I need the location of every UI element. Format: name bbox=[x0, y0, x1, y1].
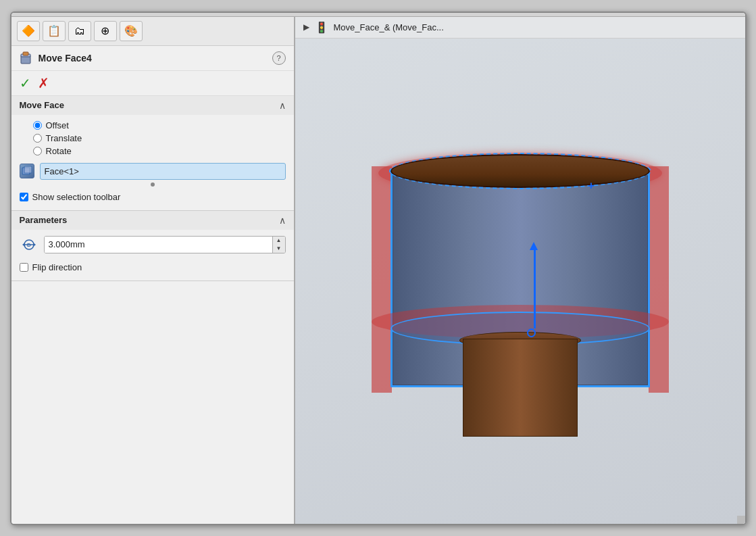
property-manager-btn[interactable]: 📋 bbox=[43, 21, 66, 41]
svg-marker-7 bbox=[22, 243, 25, 247]
red-rim-left bbox=[372, 166, 392, 393]
face-input-field[interactable] bbox=[40, 163, 286, 180]
tree-arrow-icon[interactable]: ▶ bbox=[303, 22, 309, 32]
confirm-button[interactable]: ✓ bbox=[20, 75, 31, 91]
pedestal-body bbox=[463, 339, 578, 437]
viewport-canvas[interactable]: + bbox=[295, 39, 745, 524]
axis-arrow-base-icon bbox=[527, 328, 536, 337]
move-face-section-header[interactable]: Move Face ∧ bbox=[11, 96, 294, 115]
move-face-section: Move Face ∧ Offset Translate bbox=[11, 96, 294, 211]
axis-arrow-up-icon bbox=[530, 242, 538, 250]
axis-line bbox=[534, 247, 536, 328]
cylinder-scene: + bbox=[358, 112, 682, 450]
tree-node-icon: 🚦 bbox=[315, 21, 328, 34]
red-rim-right bbox=[649, 166, 669, 393]
right-panel: ▶ 🚦 Move_Face_& (Move_Fac... bbox=[295, 17, 745, 524]
translate-radio[interactable] bbox=[33, 134, 42, 143]
show-toolbar-checkbox[interactable] bbox=[20, 193, 28, 201]
distance-spin-down[interactable]: ▼ bbox=[273, 245, 285, 253]
parameters-section: Parameters ∧ D bbox=[11, 211, 294, 281]
rotate-radio[interactable] bbox=[33, 147, 42, 155]
resize-handle[interactable] bbox=[737, 516, 745, 524]
svg-rect-2 bbox=[23, 52, 28, 55]
offset-radio[interactable] bbox=[33, 121, 42, 130]
svg-rect-4 bbox=[24, 166, 32, 173]
rotate-label: Rotate bbox=[46, 146, 72, 156]
show-toolbar-label: Show selection toolbar bbox=[32, 192, 121, 202]
flip-direction-checkbox[interactable] bbox=[20, 263, 28, 272]
help-button[interactable]: ? bbox=[272, 51, 286, 65]
translate-radio-row[interactable]: Translate bbox=[33, 133, 286, 143]
flip-direction-row[interactable]: Flip direction bbox=[20, 260, 286, 275]
left-panel: 🔶 📋 🗂 ⊕ 🎨 Move Face4 ? bbox=[11, 17, 295, 524]
rotate-radio-row[interactable]: Rotate bbox=[33, 146, 286, 156]
dot-row bbox=[20, 182, 286, 187]
panel-title: Move Face4 bbox=[39, 53, 267, 64]
distance-input-wrap: ▲ ▼ bbox=[44, 236, 286, 253]
viewport-title: Move_Face_& (Move_Fac... bbox=[334, 22, 444, 32]
parameters-section-header[interactable]: Parameters ∧ bbox=[11, 211, 294, 230]
distance-spin-up[interactable]: ▲ bbox=[273, 237, 285, 245]
dim-expert-btn[interactable]: ⊕ bbox=[94, 21, 117, 41]
parameters-content: D ▲ ▼ Flip bbox=[11, 230, 294, 281]
face-selector-icon bbox=[20, 164, 34, 178]
distance-spin-buttons: ▲ ▼ bbox=[272, 237, 285, 253]
app-window: 🔶 📋 🗂 ⊕ 🎨 Move Face4 ? bbox=[10, 11, 747, 525]
parameters-chevron-icon: ∧ bbox=[279, 215, 286, 226]
translate-label: Translate bbox=[46, 133, 82, 143]
distance-input[interactable] bbox=[45, 237, 272, 253]
move-face-radio-group: Offset Translate Rotate bbox=[20, 120, 286, 156]
move-face-content: Offset Translate Rotate bbox=[11, 115, 294, 210]
distance-icon: D bbox=[20, 235, 39, 254]
display-manager-btn[interactable]: 🎨 bbox=[120, 21, 143, 41]
panel-header: Move Face4 ? bbox=[11, 46, 294, 71]
action-row: ✓ ✗ bbox=[11, 71, 294, 96]
viewport-header: ▶ 🚦 Move_Face_& (Move_Fac... bbox=[295, 17, 745, 39]
show-toolbar-row[interactable]: Show selection toolbar bbox=[20, 189, 286, 205]
face-input-row bbox=[20, 163, 286, 180]
move-face-chevron-icon: ∧ bbox=[279, 100, 286, 111]
distance-param-row: D ▲ ▼ bbox=[20, 235, 286, 254]
flip-direction-label: Flip direction bbox=[32, 262, 82, 272]
config-manager-btn[interactable]: 🗂 bbox=[68, 21, 91, 41]
dot-indicator bbox=[151, 182, 155, 187]
move-face-icon bbox=[20, 51, 33, 65]
offset-label: Offset bbox=[46, 120, 69, 130]
svg-text:D: D bbox=[27, 242, 31, 248]
main-area: 🔶 📋 🗂 ⊕ 🎨 Move Face4 ? bbox=[11, 17, 745, 524]
toolbar: 🔶 📋 🗂 ⊕ 🎨 bbox=[11, 17, 294, 46]
move-face-label: Move Face bbox=[20, 100, 64, 110]
feature-manager-btn[interactable]: 🔶 bbox=[17, 21, 40, 41]
cancel-button[interactable]: ✗ bbox=[38, 75, 49, 91]
svg-marker-8 bbox=[33, 243, 36, 247]
cursor-plus-icon: + bbox=[588, 180, 594, 192]
cylinder-top-dotted bbox=[389, 153, 651, 189]
offset-radio-row[interactable]: Offset bbox=[33, 120, 286, 130]
parameters-label: Parameters bbox=[20, 215, 68, 225]
